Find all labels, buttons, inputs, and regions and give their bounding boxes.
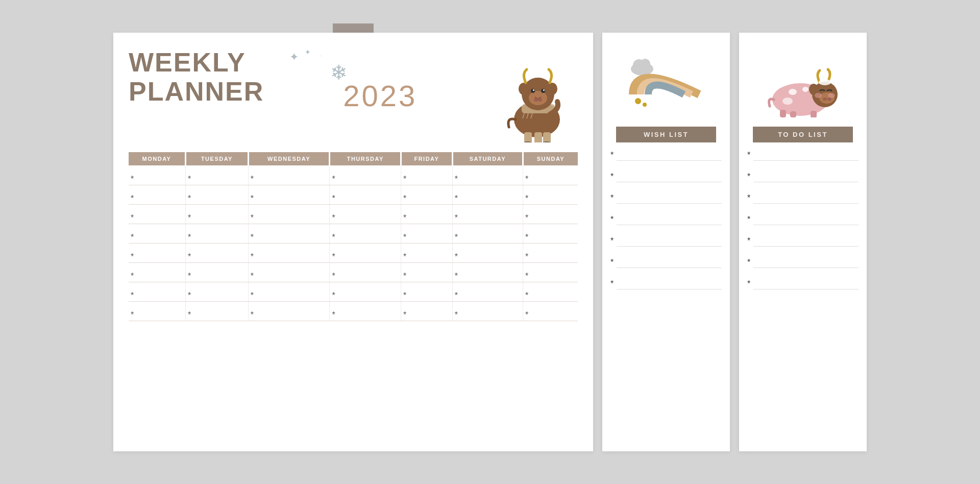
planner-cell[interactable]: * [523,165,578,185]
planner-cell[interactable]: * [523,204,578,224]
planner-cell[interactable]: * [248,185,330,204]
planner-cell[interactable]: * [248,165,330,185]
todo-list-bullet: * [747,215,750,225]
planner-cell[interactable]: * [401,262,453,282]
star-icon-1: ✦ [289,51,299,64]
todo-list-title-bar: TO DO LIST [753,127,853,142]
planner-cell[interactable]: * [129,301,186,321]
planner-cell[interactable]: * [401,185,453,204]
svg-point-12 [543,89,545,91]
planner-cell[interactable]: * [523,224,578,243]
planner-cell[interactable]: * [248,243,330,262]
planner-cell[interactable]: * [452,165,523,185]
planner-cell[interactable]: * [186,262,249,282]
star-icon-2: ✦ [305,48,311,56]
planner-cell[interactable]: * [452,243,523,262]
planner-cell[interactable]: * [186,224,249,243]
wish-list-bullet: * [610,236,614,247]
planner-cell[interactable]: * [401,204,453,224]
planner-cell[interactable]: * [248,224,330,243]
planner-cell[interactable]: * [401,243,453,262]
planner-cell[interactable]: * [330,165,401,185]
planner-cell[interactable]: * [248,282,330,301]
planner-cell[interactable]: * [523,301,578,321]
svg-point-27 [789,89,797,95]
planner-cell[interactable]: * [129,165,186,185]
planner-cell[interactable]: * [401,165,453,185]
planner-title-text: WEEKLY PLANNER [129,48,264,106]
planner-cell[interactable]: * [186,204,249,224]
todo-list-line [753,237,859,247]
wish-list-bullet: * [610,279,614,289]
planner-cell[interactable]: * [330,243,401,262]
planner-cell[interactable]: * [330,262,401,282]
todo-list-row[interactable]: * [747,236,859,247]
todo-list-row[interactable]: * [747,279,859,289]
cow-svg [496,48,578,142]
svg-rect-15 [524,132,532,142]
planner-year-section: ✦ ✦ · ❄ 2023 [264,48,496,113]
col-thursday: THURSDAY [330,152,401,165]
planner-cell[interactable]: * [248,301,330,321]
wish-list-row[interactable]: * [610,172,722,182]
wish-list-row[interactable]: * [610,258,722,268]
wish-list-line [617,259,722,268]
wish-list-row[interactable]: * [610,151,722,161]
planner-cell[interactable]: * [523,243,578,262]
wish-list-line [617,173,722,182]
planner-cell[interactable]: * [248,204,330,224]
wish-list-illustration [610,41,722,123]
planner-cell[interactable]: * [129,262,186,282]
planner-cell[interactable]: * [186,185,249,204]
svg-point-8 [529,91,547,105]
planner-cell[interactable]: * [523,262,578,282]
todo-list-bullet: * [747,236,750,247]
snowflake-icon: ❄ [330,61,348,84]
planner-cell[interactable]: * [452,282,523,301]
svg-point-36 [815,93,822,98]
svg-point-14 [538,99,542,102]
planner-cell[interactable]: * [452,204,523,224]
planner-cell[interactable]: * [452,262,523,282]
planner-cell[interactable]: * [401,301,453,321]
col-wednesday: WEDNESDAY [248,152,330,165]
planner-cell[interactable]: * [330,224,401,243]
planner-cell[interactable]: * [186,282,249,301]
todo-list-bullet: * [747,172,750,182]
wish-list-line [617,280,722,289]
planner-cell[interactable]: * [330,282,401,301]
stars-decoration: ✦ ✦ · ❄ [274,48,455,89]
todo-list-row[interactable]: * [747,172,859,182]
planner-cell[interactable]: * [129,185,186,204]
todo-list-bullet: * [747,279,750,289]
planner-cell[interactable]: * [186,243,249,262]
planner-cell[interactable]: * [186,165,249,185]
planner-cell[interactable]: * [129,224,186,243]
planner-cell[interactable]: * [452,224,523,243]
wish-list-row[interactable]: * [610,236,722,247]
todo-list-row[interactable]: * [747,193,859,204]
planner-cell[interactable]: * [129,282,186,301]
todo-list-row[interactable]: * [747,215,859,225]
planner-cell[interactable]: * [523,282,578,301]
planner-cell[interactable]: * [330,185,401,204]
todo-list-row[interactable]: * [747,151,859,161]
planner-cell[interactable]: * [330,301,401,321]
cow-illustration [496,48,578,140]
svg-point-13 [534,99,538,102]
wish-list-row[interactable]: * [610,215,722,225]
planner-cell[interactable]: * [186,301,249,321]
planner-cell[interactable]: * [401,224,453,243]
planner-cell[interactable]: * [330,204,401,224]
wish-list-row[interactable]: * [610,193,722,204]
wish-list-row[interactable]: * [610,279,722,289]
planner-cell[interactable]: * [129,204,186,224]
planner-cell[interactable]: * [129,243,186,262]
planner-cell[interactable]: * [401,282,453,301]
planner-cell[interactable]: * [452,185,523,204]
planner-cell[interactable]: * [452,301,523,321]
todo-list-row[interactable]: * [747,258,859,268]
todo-list-line [753,152,859,161]
planner-cell[interactable]: * [248,262,330,282]
planner-cell[interactable]: * [523,185,578,204]
